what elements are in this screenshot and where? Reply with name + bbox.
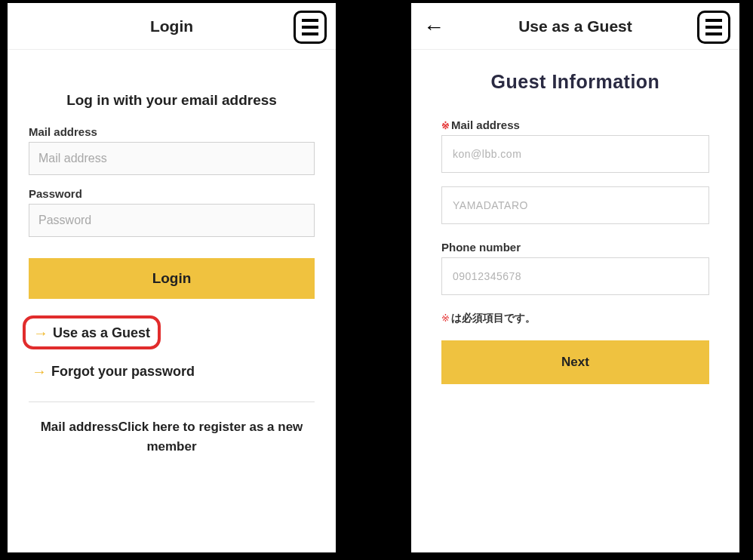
required-mark-icon: ※ bbox=[441, 120, 450, 131]
use-as-guest-link[interactable]: → Use as a Guest bbox=[33, 325, 150, 342]
guest-header: ← Use as a Guest bbox=[411, 3, 739, 50]
register-link[interactable]: Mail addressClick here to register as a … bbox=[29, 417, 315, 456]
guest-mail-label: ※Mail address bbox=[441, 118, 709, 131]
arrow-right-icon: → bbox=[33, 325, 48, 342]
guest-header-title: Use as a Guest bbox=[518, 17, 632, 35]
guest-link-highlight: → Use as a Guest bbox=[23, 315, 161, 349]
mail-input[interactable] bbox=[29, 142, 315, 175]
required-mark-icon: ※ bbox=[441, 312, 450, 324]
guest-mail-label-text: Mail address bbox=[451, 118, 520, 131]
password-label: Password bbox=[29, 187, 315, 200]
required-note-text: は必須項目です。 bbox=[451, 312, 536, 324]
hamburger-icon bbox=[302, 19, 318, 22]
arrow-right-icon: → bbox=[32, 363, 47, 380]
forgot-link-label: Forgot your password bbox=[51, 364, 195, 380]
guest-content: Guest Information ※Mail address Phone nu… bbox=[411, 50, 739, 552]
guest-phone-input[interactable] bbox=[441, 257, 709, 295]
login-button[interactable]: Login bbox=[29, 258, 315, 299]
arrow-left-icon: ← bbox=[423, 15, 444, 39]
next-button[interactable]: Next bbox=[441, 340, 709, 384]
guest-name-input[interactable] bbox=[441, 186, 709, 224]
hamburger-menu-button[interactable] bbox=[294, 11, 327, 44]
forgot-password-link[interactable]: → Forgot your password bbox=[32, 363, 315, 380]
login-screen: Login Log in with your email address Mai… bbox=[8, 3, 336, 552]
hamburger-menu-button[interactable] bbox=[697, 11, 730, 44]
hamburger-icon bbox=[705, 19, 722, 22]
required-note: ※は必須項目です。 bbox=[441, 312, 709, 325]
login-header-title: Login bbox=[150, 17, 193, 35]
guest-phone-label: Phone number bbox=[441, 241, 709, 254]
guest-section-title: Guest Information bbox=[441, 71, 709, 93]
divider bbox=[29, 402, 315, 402]
login-content: Log in with your email address Mail addr… bbox=[8, 50, 336, 552]
password-input[interactable] bbox=[29, 204, 315, 237]
login-section-title: Log in with your email address bbox=[29, 92, 315, 109]
login-header: Login bbox=[8, 3, 336, 50]
mail-label: Mail address bbox=[29, 125, 315, 138]
guest-link-label: Use as a Guest bbox=[53, 325, 150, 341]
back-button[interactable]: ← bbox=[420, 14, 447, 41]
guest-screen: ← Use as a Guest Guest Information ※Mail… bbox=[411, 3, 739, 552]
guest-mail-input[interactable] bbox=[441, 135, 709, 173]
